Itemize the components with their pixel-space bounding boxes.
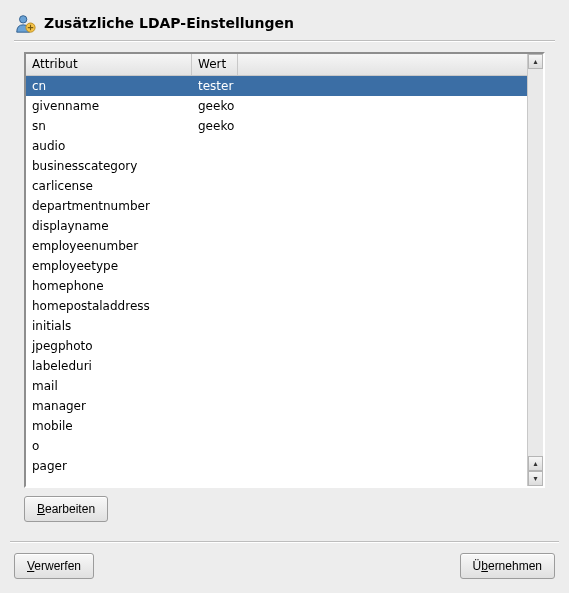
cell-value: tester: [192, 76, 238, 96]
cell-value: [192, 336, 238, 356]
table-row[interactable]: jpegphoto: [26, 336, 527, 356]
scroll-track[interactable]: [528, 69, 543, 456]
dialog-header: Zusätzliche LDAP-Einstellungen: [0, 0, 569, 40]
cell-attribute: employeenumber: [26, 236, 192, 256]
table-row[interactable]: mail: [26, 376, 527, 396]
discard-label-rest: erwerfen: [34, 559, 81, 573]
cell-attribute: o: [26, 436, 192, 456]
table-row[interactable]: homepostaladdress: [26, 296, 527, 316]
scroll-down-button-1[interactable]: ▴: [528, 456, 543, 471]
cell-attribute: sn: [26, 116, 192, 136]
cell-attribute: labeleduri: [26, 356, 192, 376]
cell-value: geeko: [192, 96, 238, 116]
scroll-up-button[interactable]: ▴: [528, 54, 543, 69]
edit-mnemonic: B: [37, 502, 45, 516]
cell-value: [192, 196, 238, 216]
content-area: Attribut Wert cntestergivennamegeekosnge…: [0, 52, 569, 535]
svg-point-0: [20, 16, 27, 23]
cell-attribute: mail: [26, 376, 192, 396]
cell-value: geeko: [192, 116, 238, 136]
table-row[interactable]: mobile: [26, 416, 527, 436]
table-row[interactable]: cntester: [26, 76, 527, 96]
edit-button-row: Bearbeiten: [24, 488, 545, 522]
cell-value: [192, 236, 238, 256]
cell-attribute: homephone: [26, 276, 192, 296]
apply-button[interactable]: Übernehmen: [460, 553, 555, 579]
table-row[interactable]: o: [26, 436, 527, 456]
cell-value: [192, 456, 238, 476]
cell-attribute: pager: [26, 456, 192, 476]
table-row[interactable]: initials: [26, 316, 527, 336]
cell-value: [192, 176, 238, 196]
cell-attribute: carlicense: [26, 176, 192, 196]
table-row[interactable]: pager: [26, 456, 527, 476]
cell-attribute: displayname: [26, 216, 192, 236]
apply-label-pre: Ü: [473, 559, 482, 573]
cell-attribute: employeetype: [26, 256, 192, 276]
table-row[interactable]: audio: [26, 136, 527, 156]
cell-value: [192, 396, 238, 416]
column-header-spacer: [238, 54, 527, 75]
cell-attribute: cn: [26, 76, 192, 96]
table-header: Attribut Wert: [26, 54, 527, 76]
cell-value: [192, 416, 238, 436]
cell-value: [192, 156, 238, 176]
table-row[interactable]: labeleduri: [26, 356, 527, 376]
table-row[interactable]: sngeeko: [26, 116, 527, 136]
cell-attribute: businesscategory: [26, 156, 192, 176]
table-row[interactable]: displayname: [26, 216, 527, 236]
apply-mnemonic: b: [481, 559, 488, 573]
vertical-scrollbar[interactable]: ▴ ▴ ▾: [527, 54, 543, 486]
cell-attribute: departmentnumber: [26, 196, 192, 216]
cell-attribute: mobile: [26, 416, 192, 436]
dialog-window: Zusätzliche LDAP-Einstellungen Attribut …: [0, 0, 569, 593]
cell-attribute: homepostaladdress: [26, 296, 192, 316]
edit-label-rest: earbeiten: [45, 502, 95, 516]
discard-button[interactable]: Verwerfen: [14, 553, 94, 579]
column-header-attribute[interactable]: Attribut: [26, 54, 192, 75]
cell-attribute: initials: [26, 316, 192, 336]
attributes-table[interactable]: Attribut Wert cntestergivennamegeekosnge…: [24, 52, 545, 488]
cell-value: [192, 436, 238, 456]
cell-value: [192, 356, 238, 376]
apply-label-rest: ernehmen: [488, 559, 542, 573]
table-row[interactable]: homephone: [26, 276, 527, 296]
table-row[interactable]: givennamegeeko: [26, 96, 527, 116]
edit-button[interactable]: Bearbeiten: [24, 496, 108, 522]
table-row[interactable]: employeenumber: [26, 236, 527, 256]
dialog-title: Zusätzliche LDAP-Einstellungen: [44, 15, 294, 31]
cell-attribute: manager: [26, 396, 192, 416]
cell-value: [192, 216, 238, 236]
cell-value: [192, 256, 238, 276]
scroll-down-button-2[interactable]: ▾: [528, 471, 543, 486]
ldap-user-icon: [14, 12, 36, 34]
table-row[interactable]: departmentnumber: [26, 196, 527, 216]
table-row[interactable]: carlicense: [26, 176, 527, 196]
table-row[interactable]: businesscategory: [26, 156, 527, 176]
dialog-footer: Verwerfen Übernehmen: [0, 543, 569, 593]
cell-value: [192, 296, 238, 316]
cell-attribute: givenname: [26, 96, 192, 116]
column-header-value[interactable]: Wert: [192, 54, 238, 75]
table-row[interactable]: employeetype: [26, 256, 527, 276]
cell-value: [192, 276, 238, 296]
header-separator: [14, 40, 555, 42]
cell-attribute: jpegphoto: [26, 336, 192, 356]
table-row[interactable]: manager: [26, 396, 527, 416]
cell-value: [192, 316, 238, 336]
cell-value: [192, 136, 238, 156]
cell-attribute: audio: [26, 136, 192, 156]
cell-value: [192, 376, 238, 396]
table-body[interactable]: cntestergivennamegeekosngeekoaudiobusine…: [26, 76, 527, 486]
